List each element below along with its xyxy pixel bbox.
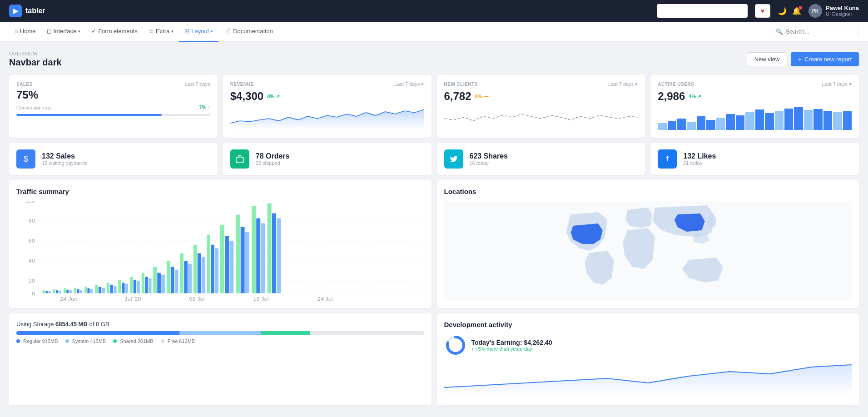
svg-rect-20 xyxy=(59,291,61,293)
svg-rect-17 xyxy=(49,291,51,293)
stat-period-sales[interactable]: Last 7 days xyxy=(184,81,210,87)
user-name: Pawel Kuna xyxy=(826,5,859,12)
dev-activity-card: Development activity Today's Earning: $4… xyxy=(437,313,859,405)
svg-rect-49 xyxy=(171,267,174,293)
traffic-chart-area: 100 80 60 40 20 0 xyxy=(16,201,424,301)
svg-rect-70 xyxy=(272,213,276,293)
new-view-button[interactable]: New view xyxy=(747,52,788,66)
storage-legend: Regular 915MB System 415MB Shared 201MB … xyxy=(16,338,424,344)
main-content: OVERVIEW Navbar dark New view + Create n… xyxy=(0,42,868,417)
svg-rect-47 xyxy=(161,275,165,293)
metric-info-sales: 132 Sales 12 waiting payments xyxy=(42,152,210,166)
storage-shared xyxy=(261,331,310,335)
bar xyxy=(794,107,803,130)
stat-card-revenue: REVENUE Last 7 days ▾ $4,300 8% ↗ xyxy=(223,75,432,138)
svg-text:08 Jul: 08 Jul xyxy=(189,296,204,301)
svg-rect-61 xyxy=(225,236,229,293)
nav-layout[interactable]: ⊞ Layout ▾ xyxy=(179,22,218,42)
bar xyxy=(843,111,852,130)
bar xyxy=(784,109,793,130)
search-input[interactable] xyxy=(786,28,854,35)
bar xyxy=(687,122,696,130)
nav-form-elements[interactable]: ✓ Form elements xyxy=(86,22,143,42)
avatar: PK xyxy=(808,4,822,18)
metric-card-orders: 78 Orders 32 shipped xyxy=(223,143,432,175)
svg-rect-37 xyxy=(122,283,124,293)
nav-documentation[interactable]: 📄 Documentation xyxy=(218,22,278,42)
bar xyxy=(765,113,774,130)
svg-text:Jul '20: Jul '20 xyxy=(124,296,141,301)
svg-rect-40 xyxy=(134,280,136,293)
bottom-row: Traffic summary 100 80 60 40 20 0 xyxy=(9,180,859,308)
storage-card: Using Storage 6854.45 MB of 8 GB Regular… xyxy=(9,313,432,405)
stat-period-revenue[interactable]: Last 7 days ▾ xyxy=(394,81,424,87)
svg-text:100: 100 xyxy=(25,201,35,204)
bar xyxy=(697,116,705,130)
world-map xyxy=(444,201,852,301)
clients-mini-chart xyxy=(444,107,638,130)
storage-free xyxy=(310,331,424,335)
notification-dot xyxy=(799,6,802,10)
dev-earning-sub: ↑ +5% more than yesterday xyxy=(471,346,552,352)
svg-rect-48 xyxy=(167,261,170,293)
svg-rect-45 xyxy=(153,267,157,293)
nav-extra[interactable]: ☆ Extra ▾ xyxy=(143,22,179,42)
stats-row: SALES Last 7 days 75% Conversion rate 7%… xyxy=(9,75,859,138)
dev-earning-value: Today's Earning: $4,262.40 xyxy=(471,339,552,346)
bell-icon[interactable]: 🔔 xyxy=(792,7,801,15)
stat-label-revenue: REVENUE xyxy=(230,82,254,87)
users-bar-chart xyxy=(658,107,852,130)
page-actions: New view + Create new report xyxy=(747,52,859,66)
map-svg xyxy=(444,201,852,301)
breadcrumb: OVERVIEW xyxy=(9,51,62,56)
svg-rect-67 xyxy=(256,218,260,293)
bar xyxy=(755,109,764,130)
create-report-button[interactable]: + Create new report xyxy=(791,52,859,66)
svg-rect-34 xyxy=(110,285,113,293)
metric-value-sales: 132 Sales xyxy=(42,152,210,160)
secondary-search[interactable]: 🔍 xyxy=(771,26,859,37)
svg-text:24 Jul: 24 Jul xyxy=(317,296,332,301)
svg-rect-62 xyxy=(229,241,233,293)
brand-logo[interactable]: ▶ tabler xyxy=(9,5,45,17)
search-icon: 🔍 xyxy=(776,28,783,35)
svg-text:PK: PK xyxy=(812,9,819,14)
orders-icon xyxy=(230,149,249,169)
nav-interface[interactable]: ◻ Interface ▾ xyxy=(41,22,86,42)
dot-shared xyxy=(113,339,117,343)
svg-text:40: 40 xyxy=(29,258,35,264)
svg-point-77 xyxy=(707,215,716,228)
page-header: OVERVIEW Navbar dark New view + Create n… xyxy=(9,51,859,68)
stat-period-users[interactable]: Last 7 days ▾ xyxy=(822,81,852,87)
svg-rect-18 xyxy=(53,289,55,293)
moon-icon[interactable]: 🌙 xyxy=(778,7,787,15)
user-info: Pawel Kuna UI Designer xyxy=(826,5,859,18)
form-icon: ✓ xyxy=(91,28,96,35)
metric-info-orders: 78 Orders 32 shipped xyxy=(256,152,424,166)
bar xyxy=(745,112,754,130)
dev-activity-title: Development activity xyxy=(444,321,852,328)
storage-regular xyxy=(16,331,179,335)
svg-rect-36 xyxy=(118,280,121,293)
stat-period-clients[interactable]: Last 7 days ▾ xyxy=(608,81,638,87)
metric-sub-likes: 21 today xyxy=(683,160,852,166)
legend-system: System 415MB xyxy=(65,338,106,344)
bar xyxy=(775,111,784,130)
metric-sub-sales: 12 waiting payments xyxy=(42,160,210,166)
dev-earning-row: Today's Earning: $4,262.40 ↑ +5% more th… xyxy=(444,334,852,357)
legend-free: Free 612MB xyxy=(161,338,195,344)
metric-card-sales: $ 132 Sales 12 waiting payments xyxy=(9,143,218,175)
stat-progress-sales xyxy=(16,114,210,116)
svg-text:60: 60 xyxy=(29,238,35,244)
stat-card-users: ACTIVE USERS Last 7 days ▾ 2,986 4% ↗ xyxy=(650,75,859,138)
svg-rect-51 xyxy=(180,253,184,293)
nav-home[interactable]: ⌂ Home xyxy=(9,22,41,42)
topnav-search-input[interactable] xyxy=(657,4,748,18)
storage-text: Using Storage 6854.45 MB of 8 GB xyxy=(16,321,424,328)
bar xyxy=(833,112,842,130)
user-menu[interactable]: PK Pawel Kuna UI Designer xyxy=(808,4,859,18)
svg-rect-23 xyxy=(69,290,72,293)
svg-rect-69 xyxy=(268,204,272,293)
facebook-icon: f xyxy=(658,149,677,169)
heart-button[interactable]: ♥ xyxy=(755,4,770,18)
